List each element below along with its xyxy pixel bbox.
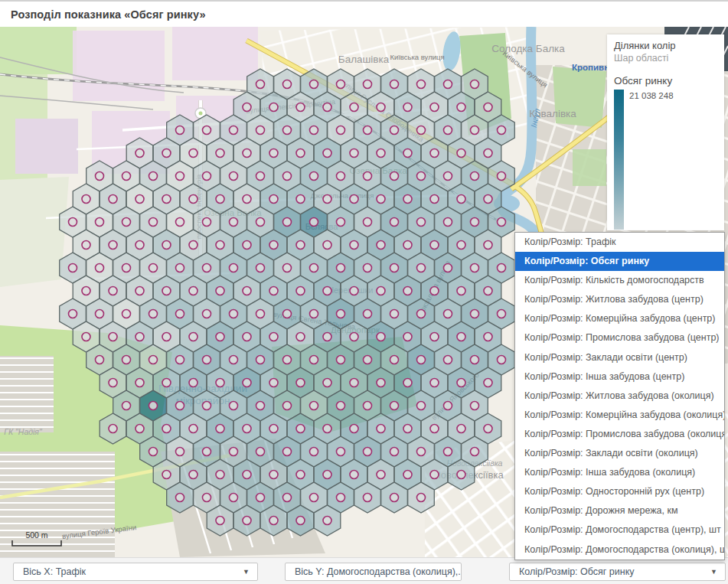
hex-center-marker [444,310,452,318]
legend-max-value: 21 038 248 [629,91,674,230]
hex-center-marker [337,310,345,318]
hex-center-marker [430,103,439,112]
hex-center-marker [189,425,198,433]
hex-center-marker [269,287,278,295]
hex-center-marker [189,241,198,250]
hex-center-marker [296,333,305,341]
hex-center-marker [162,287,171,295]
hex-center-marker [457,103,465,112]
menu-item-6[interactable]: Колір/Розмір: Заклади освіти (центр) [515,348,724,367]
hex-center-marker [471,80,479,89]
hex-center-marker [444,356,452,364]
hex-center-marker [96,264,104,272]
hex-center-marker [176,494,184,502]
hex-center-marker [337,402,345,410]
hex-center-marker [256,402,265,410]
hex-center-marker [96,310,104,318]
hex-center-marker [269,149,278,158]
axis-y-select[interactable]: Вісь Y: Домогосподарства (околиця),... ▼ [285,563,462,581]
color-size-select[interactable]: Колір/Розмір: Обсяг ринку ▼ [509,563,726,581]
hex-center-marker [135,149,144,158]
hex-center-marker [457,149,465,158]
menu-item-1[interactable]: Колір/Розмір: Обсяг ринку [515,252,724,271]
hex-center-marker [350,471,358,479]
hex-center-marker [471,310,479,318]
chevron-down-icon: ▼ [710,568,717,576]
hex-center-marker [350,425,358,433]
menu-item-7[interactable]: Колір/Розмір: Інша забудова (центр) [515,367,724,387]
hex-center-marker [403,103,412,112]
hex-center-marker [176,402,184,410]
menu-item-3[interactable]: Колір/Розмір: Житлова забудова (центр) [515,290,724,309]
hex-center-marker [149,172,158,181]
hex-center-marker [310,264,318,272]
hex-center-marker [283,448,292,456]
hex-center-marker [162,195,171,204]
hex-center-marker [403,425,412,433]
hex-center-marker [444,402,452,410]
hex-center-marker [417,264,426,272]
hex-center-marker [243,471,251,479]
hex-center-marker [350,195,358,204]
menu-item-9[interactable]: Колір/Розмір: Комерційна забудова (околи… [515,406,724,425]
hex-center-marker [484,195,492,204]
hex-center-marker [109,195,117,204]
hex-center-marker [390,356,399,364]
menu-item-12[interactable]: Колір/Розмір: Інша забудова (околиця) [515,463,724,482]
hex-center-marker [283,218,292,227]
hex-center-marker [323,425,331,433]
hex-center-marker [310,356,318,364]
menu-item-5[interactable]: Колір/Розмір: Промислова забудова (центр… [515,328,724,347]
hex-center-marker [203,172,211,181]
hex-center-marker [323,471,331,479]
hex-center-marker [417,172,426,181]
hex-center-marker [283,172,292,181]
chevron-down-icon: ▼ [243,568,250,576]
menu-item-10[interactable]: Колір/Розмір: Промислова забудова (околи… [515,425,724,444]
hex-center-marker [283,80,292,89]
hex-center-marker [377,195,385,204]
hex-center-marker [471,218,479,227]
menu-item-2[interactable]: Колір/Розмір: Кількість домогосподарств [515,271,724,290]
hex-center-marker [337,218,345,227]
axis-x-select[interactable]: Вісь X: Трафік ▼ [13,563,258,581]
hex-center-marker [216,379,224,387]
menu-item-15[interactable]: Колір/Розмір: Домогосподарства (центр), … [515,520,724,540]
hex-center-marker [337,172,345,181]
hex-center-marker [457,195,465,204]
hex-center-marker [96,356,104,364]
hex-center-marker [444,172,452,181]
menu-item-13[interactable]: Колір/Розмір: Односторонній рух (центр) [515,482,724,501]
hex-center-marker [203,356,211,364]
hex-center-marker [417,310,426,318]
hex-center-marker [256,126,265,135]
menu-item-11[interactable]: Колір/Розмір: Заклади освіти (околиця) [515,444,724,463]
hex-center-marker [471,402,479,410]
color-size-select-label: Колір/Розмір: Обсяг ринку [519,566,635,577]
menu-item-14[interactable]: Колір/Розмір: Дорожня мережа, км [515,501,724,520]
hex-center-marker [350,241,358,250]
menu-item-4[interactable]: Колір/Розмір: Комерційна забудова (центр… [515,309,724,328]
hex-center-marker [337,494,345,502]
hex-center-marker [417,126,426,135]
hex-center-marker [430,333,439,341]
hex-center-marker [283,264,292,272]
menu-item-0[interactable]: Колір/Розмір: Трафік [515,233,724,252]
hex-center-marker [430,425,439,433]
hex-center-marker [498,310,506,318]
hex-center-marker [203,310,211,318]
hex-center-marker [444,80,452,89]
hex-center-marker [364,402,372,410]
hex-center-marker [269,103,278,112]
menu-item-16[interactable]: Колір/Розмір: Домогосподарства (околиця)… [515,540,724,560]
hex-center-marker [457,333,465,341]
menu-item-8[interactable]: Колір/Розмір: Житлова забудова (околиця) [515,387,724,406]
hex-center-marker [149,218,158,227]
hex-center-marker [337,448,345,456]
hex-center-marker [350,333,358,341]
hex-center-marker [444,264,452,272]
hex-center-marker [109,241,117,250]
hex-center-marker [390,264,399,272]
hex-center-marker [269,195,278,204]
hex-center-marker [364,126,372,135]
